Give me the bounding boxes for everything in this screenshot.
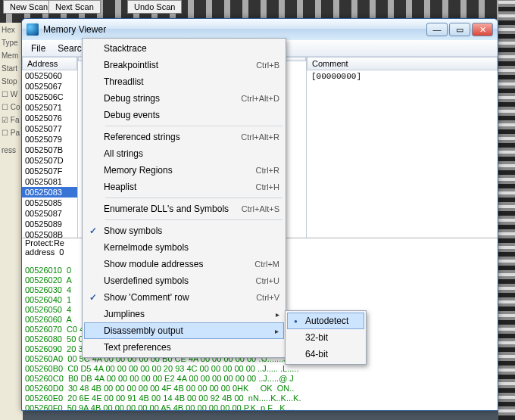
address-row[interactable]: 00525067 [22,81,77,92]
menu-item-label: Breakpointlist [104,60,256,70]
bg-panel-item: ☑ Fa [2,116,21,124]
next-scan-button[interactable]: Next Scan [48,0,101,14]
bg-panel-item: ress [2,146,21,154]
bg-panel-item: ☐ W [2,90,21,98]
menu-item-label: Referenced strings [104,132,241,142]
bg-panel-item: Hex [2,26,21,34]
menu-item-label: All strings [104,148,279,159]
menu-item-shortcut: Ctrl+Alt+R [241,132,279,142]
menu-item-show-symbols[interactable]: Show symbols [84,222,284,239]
menu-item-jumplines[interactable]: Jumplines [84,306,284,322]
menu-separator [105,198,282,198]
bg-panel-item: Mem [2,51,21,60]
disassembly-output-submenu[interactable]: Autodetect32-bit64-bit [285,310,367,365]
menu-item-shortcut: Ctrl+B [256,61,279,70]
bg-panel-item: ☐ Co [2,103,21,111]
menu-item-label: Show 'Comment' row [104,292,256,303]
bg-panel-item: Stop [2,77,21,86]
menu-item-show-comment-row[interactable]: Show 'Comment' rowCtrl+V [84,289,284,306]
menu-item-disassembly-output[interactable]: Disassembly output [84,322,284,339]
menu-item-label: Userdefined symbols [104,275,256,286]
hex-line[interactable]: 005260D0 30 48 4B 00 00 00 00 00 4F 4B 0… [22,384,498,394]
menu-item-shortcut: Ctrl+U [256,276,279,285]
menu-item-shortcut: Ctrl+V [256,293,279,302]
menu-item-memory-regions[interactable]: Memory RegionsCtrl+R [84,162,284,179]
address-row[interactable]: 00525089 [22,219,77,229]
address-row[interactable]: 0052507B [22,145,77,155]
address-row[interactable]: 0052506C [22,92,77,102]
menu-item-threadlist[interactable]: Threadlist [84,73,284,90]
bg-panel-item: Start [2,64,21,73]
submenu-item-64-bit[interactable]: 64-bit [287,346,364,362]
address-row[interactable]: 00525071 [22,102,77,113]
menu-item-show-module-addresses[interactable]: Show module addressesCtrl+M [84,256,284,272]
close-button[interactable]: ✕ [472,23,493,36]
submenu-item-label: 64-bit [305,349,328,359]
menu-separator [105,219,282,220]
menu-item-stacktrace[interactable]: Stacktrace [84,40,284,57]
address-row[interactable]: 00525060 [22,70,77,81]
bg-panel-item: Type [2,39,21,47]
new-scan-button[interactable]: New Scan [3,0,55,14]
background-left-panel: HexTypeMemStartStop☐ W☐ Co☑ Fa☐ Paress [0,23,23,420]
menu-item-label: Disassembly output [104,325,279,336]
menu-item-referenced-strings[interactable]: Referenced stringsCtrl+Alt+R [84,129,284,145]
submenu-item-32-bit[interactable]: 32-bit [287,329,364,346]
menu-item-shortcut: Ctrl+M [254,260,279,269]
minimize-button[interactable]: — [426,23,448,36]
menu-item-label: Kernelmode symbols [104,242,279,253]
address-row[interactable]: 0052508B [22,229,77,238]
address-row[interactable]: 00525083 [22,187,77,198]
menu-item-label: Debug strings [104,93,241,104]
submenu-item-label: Autodetect [305,316,348,326]
app-icon [27,23,39,36]
menu-item-breakpointlist[interactable]: BreakpointlistCtrl+B [84,57,284,73]
menu-item-label: Stacktrace [104,43,279,54]
submenu-item-autodetect[interactable]: Autodetect [287,313,364,329]
address-row[interactable]: 00525085 [22,198,77,208]
address-row[interactable]: 0052507D [22,155,77,166]
menu-item-label: Memory Regions [104,165,256,176]
comment-column-header[interactable]: Comment [307,57,498,70]
view-menu-dropdown[interactable]: StacktraceBreakpointlistCtrl+BThreadlist… [82,38,286,358]
bg-panel-item: ☐ Pa [2,129,21,137]
menu-file[interactable]: File [25,42,52,55]
menu-item-shortcut: Ctrl+Alt+D [241,94,279,103]
menu-item-all-strings[interactable]: All strings [84,145,284,162]
address-row[interactable]: 00525079 [22,134,77,145]
menu-item-label: Jumplines [104,309,279,319]
address-column-header[interactable]: Address [22,57,77,70]
menu-item-shortcut: Ctrl+H [256,182,279,191]
menu-item-shortcut: Ctrl+Alt+S [242,204,279,213]
menu-item-debug-strings[interactable]: Debug stringsCtrl+Alt+D [84,90,284,107]
menu-item-shortcut: Ctrl+R [256,166,279,175]
hex-line[interactable]: 005260C0 B0 DB 4A 00 00 00 00 00 E2 4A 0… [22,374,498,384]
hex-line[interactable]: 005260B0 C0 D5 4A 00 00 00 00 00 20 93 4… [22,364,498,374]
hex-line[interactable]: 005260F0 50 9A 4B 00 00 00 00 00 A5 4B 0… [22,403,498,410]
submenu-item-label: 32-bit [305,332,328,343]
hex-line[interactable]: 005260E0 20 6E 4E 00 00 91 4B 00 14 4B 0… [22,394,498,403]
menu-item-enumerate-dll-s-and-symbols[interactable]: Enumerate DLL's and SymbolsCtrl+Alt+S [84,201,284,217]
menu-item-label: Threadlist [104,76,279,87]
menu-item-heaplist[interactable]: HeaplistCtrl+H [84,179,284,195]
menu-item-label: Enumerate DLL's and Symbols [104,204,242,214]
undo-scan-button[interactable]: Undo Scan [127,0,182,14]
menu-item-text-preferences[interactable]: Text preferences [84,339,284,356]
menu-item-debug-events[interactable]: Debug events [84,107,284,123]
address-row[interactable]: 00525076 [22,113,77,123]
menu-item-label: Show symbols [104,226,279,236]
titlebar[interactable]: Memory Viewer — ▭ ✕ [22,19,498,40]
menu-item-label: Debug events [104,110,279,120]
menu-separator [105,126,282,126]
address-list[interactable]: 00525060005250670052506C0052507100525076… [22,70,77,238]
address-row[interactable]: 00525087 [22,208,77,219]
menu-item-label: Heaplist [104,182,256,192]
address-row[interactable]: 0052507F [22,166,77,176]
menu-item-label: Text preferences [104,342,279,353]
address-row[interactable]: 00525081 [22,176,77,187]
menu-item-userdefined-symbols[interactable]: Userdefined symbolsCtrl+U [84,272,284,289]
maximize-button[interactable]: ▭ [449,23,470,36]
address-row[interactable]: 00525077 [22,123,77,134]
comment-body: [00000000] [307,70,498,82]
menu-item-kernelmode-symbols[interactable]: Kernelmode symbols [84,239,284,256]
